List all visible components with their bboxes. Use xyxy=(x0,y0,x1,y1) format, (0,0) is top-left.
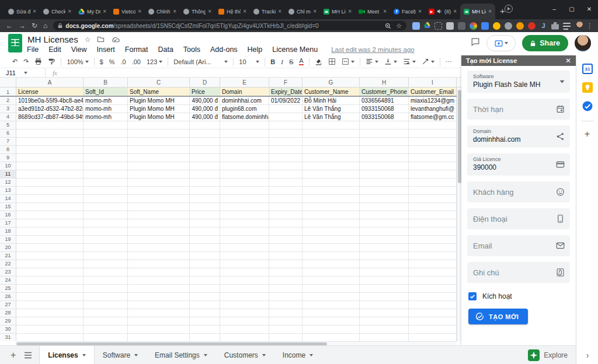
grid-cell[interactable] xyxy=(360,219,409,228)
sidebar-field-software[interactable]: SoftwarePlugin Flash Sale MH xyxy=(467,71,570,93)
grid-cell[interactable] xyxy=(360,170,409,178)
grid-cell[interactable] xyxy=(16,268,84,276)
grid-cell[interactable] xyxy=(303,187,360,195)
print-icon[interactable] xyxy=(32,58,45,65)
grid-cell[interactable] xyxy=(84,317,128,326)
grid-cell[interactable] xyxy=(360,130,409,138)
grid-cell[interactable] xyxy=(190,301,220,309)
grid-cell[interactable] xyxy=(16,293,84,301)
grid-cell[interactable] xyxy=(128,195,190,203)
grid-cell[interactable] xyxy=(303,309,360,317)
grid-cell[interactable] xyxy=(190,146,220,154)
activate-checkbox[interactable] xyxy=(468,292,477,300)
grid-cell[interactable] xyxy=(269,268,303,276)
grid-cell[interactable] xyxy=(190,276,220,285)
extension-icon[interactable] xyxy=(481,22,489,30)
browser-tab[interactable]: Chỉ mụ× xyxy=(285,4,320,19)
grid-cell[interactable]: 490,000 đ xyxy=(190,113,220,121)
grid-cell[interactable] xyxy=(303,317,360,326)
grid-cell[interactable] xyxy=(16,219,84,228)
row-header-28[interactable]: 28 xyxy=(0,309,16,317)
row-header-26[interactable]: 26 xyxy=(0,293,16,301)
grid-cell[interactable] xyxy=(303,285,360,293)
grid-cell[interactable] xyxy=(303,219,360,228)
grid-cell[interactable]: Expiry_Date xyxy=(269,88,303,96)
grid-cell[interactable] xyxy=(409,252,457,260)
sidebar-field-phone[interactable]: Điện thoại xyxy=(467,208,570,229)
grid-cell[interactable] xyxy=(360,268,409,276)
last-edit-link[interactable]: Last edit was 2 minutes ago xyxy=(331,46,415,53)
grid-cell[interactable] xyxy=(269,228,303,236)
sidebar-field-domain[interactable]: Domaindominhhai.com xyxy=(467,125,570,148)
grid-cell[interactable] xyxy=(360,187,409,195)
grid-cell[interactable] xyxy=(16,236,84,244)
url-field[interactable]: docs.google.com /spreadsheets/d/1SN5CdjC… xyxy=(53,21,406,30)
undo-icon[interactable]: ↶ xyxy=(9,58,20,65)
grid-cell[interactable] xyxy=(220,268,269,276)
saved-cloud-icon[interactable] xyxy=(111,37,120,43)
share-button[interactable]: Share xyxy=(522,35,568,51)
grid-cell[interactable] xyxy=(190,162,220,170)
row-header-8[interactable]: 8 xyxy=(0,146,16,154)
grid-cell[interactable] xyxy=(303,326,360,334)
grid-cell[interactable] xyxy=(128,317,190,326)
grid-cell[interactable] xyxy=(360,228,409,236)
column-header-a[interactable]: A xyxy=(16,78,84,87)
vertical-align-icon[interactable] xyxy=(381,58,400,65)
grid-cell[interactable] xyxy=(128,326,190,334)
grid-cell[interactable] xyxy=(128,309,190,317)
grid-cell[interactable] xyxy=(190,203,220,211)
column-header-e[interactable]: E xyxy=(220,78,269,87)
zoom-level-icon[interactable] xyxy=(385,23,391,29)
extension-icon[interactable] xyxy=(424,22,430,29)
row-header-25[interactable]: 25 xyxy=(0,285,16,293)
grid-cell[interactable] xyxy=(409,228,457,236)
grid-cell[interactable]: Plugin Momo MH xyxy=(128,97,190,105)
paint-format-icon[interactable] xyxy=(45,58,58,65)
sidebar-field-email[interactable]: Email xyxy=(467,235,570,256)
grid-cell[interactable] xyxy=(190,244,220,252)
grid-cell[interactable] xyxy=(190,260,220,268)
grid-cell[interactable] xyxy=(269,121,303,130)
grid-cell[interactable] xyxy=(190,236,220,244)
grid-cell[interactable] xyxy=(409,293,457,301)
grid-cell[interactable] xyxy=(303,195,360,203)
grid-cell[interactable] xyxy=(220,252,269,260)
media-controls-icon[interactable] xyxy=(505,5,513,13)
grid-cell[interactable] xyxy=(16,138,84,146)
grid-cell[interactable] xyxy=(128,162,190,170)
menu-format[interactable]: Format xyxy=(125,46,148,54)
collapse-side-panel-icon[interactable]: › xyxy=(576,351,598,360)
close-button[interactable]: ✕ xyxy=(580,6,598,12)
row-header-12[interactable]: 12 xyxy=(0,178,16,187)
sheet-tab-income[interactable]: Income xyxy=(274,346,322,364)
grid-cell[interactable]: Plugin Momo MH xyxy=(128,105,190,113)
browser-tab[interactable]: Trackin× xyxy=(250,4,285,19)
grid-cell[interactable] xyxy=(128,203,190,211)
grid-cell[interactable] xyxy=(269,211,303,219)
grid-cell[interactable] xyxy=(220,244,269,252)
grid-cell[interactable] xyxy=(303,162,360,170)
comment-icon[interactable] xyxy=(471,37,480,49)
grid-cell[interactable] xyxy=(269,105,303,113)
redo-icon[interactable]: ↷ xyxy=(20,58,32,65)
row-header-27[interactable]: 27 xyxy=(0,301,16,309)
grid-cell[interactable] xyxy=(84,236,128,244)
grid-cell[interactable] xyxy=(360,252,409,260)
grid-cell[interactable]: Soft_Id xyxy=(84,88,128,96)
grid-cell[interactable] xyxy=(190,187,220,195)
grid-cell[interactable] xyxy=(269,187,303,195)
row-header-23[interactable]: 23 xyxy=(0,268,16,276)
grid-cell[interactable] xyxy=(84,170,128,178)
sidebar-field-expiry[interactable]: Thời hạn xyxy=(467,99,570,120)
grid-cell[interactable] xyxy=(84,244,128,252)
extension-icon[interactable] xyxy=(434,22,442,30)
calendar-icon[interactable] xyxy=(556,105,565,114)
tab-close-icon[interactable]: × xyxy=(138,9,141,15)
grid-cell[interactable] xyxy=(409,170,457,178)
horizontal-align-icon[interactable] xyxy=(363,58,381,65)
grid-cell[interactable] xyxy=(220,276,269,285)
menu-tools[interactable]: Tools xyxy=(183,46,200,54)
grid-cell[interactable] xyxy=(409,276,457,285)
grid-cell[interactable] xyxy=(269,203,303,211)
